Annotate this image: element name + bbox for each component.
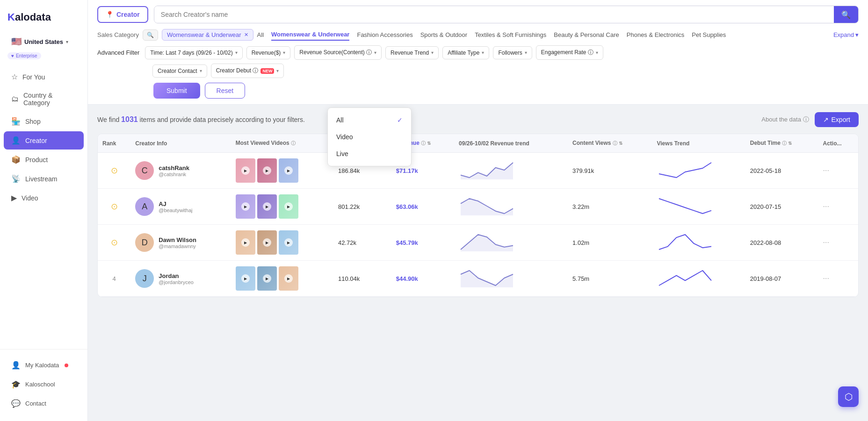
- search-button[interactable]: 🔍: [834, 6, 858, 23]
- category-tab-beauty[interactable]: Beauty & Personal Care: [554, 29, 619, 40]
- creator-name[interactable]: catshRank: [159, 164, 189, 171]
- creator-info-cell: C catshRank @catshrank: [130, 153, 231, 189]
- revenue-value[interactable]: $45.79k: [396, 239, 418, 246]
- category-tab-all[interactable]: All: [257, 29, 264, 40]
- sidebar-item-my-kalodata[interactable]: 👤My Kalodata: [4, 356, 84, 374]
- sidebar-item-contact[interactable]: 💬Contact: [4, 394, 84, 413]
- creator-name[interactable]: Jordan: [159, 272, 194, 279]
- dropdown-item-all[interactable]: All✓: [328, 112, 411, 128]
- export-button[interactable]: ↗ Export: [815, 112, 859, 127]
- reset-button[interactable]: Reset: [205, 83, 246, 99]
- category-tab-womenswear[interactable]: Womenswear & Underwear: [271, 29, 349, 41]
- revenue-trend-cell: [454, 189, 568, 225]
- heart-icon: ♥: [11, 53, 14, 58]
- sidebar-item-for-you[interactable]: ☆For You: [4, 68, 84, 86]
- filter-revenue[interactable]: Revenue($) ▾: [246, 46, 291, 59]
- filter-engagement[interactable]: Engagement Rate ⓘ ▾: [536, 45, 603, 60]
- category-tab-textiles[interactable]: Textiles & Soft Furnishings: [475, 29, 546, 40]
- video-thumb-3[interactable]: ▶: [279, 158, 298, 183]
- play-icon: ▶: [284, 202, 293, 211]
- filter-time[interactable]: Time: Last 7 days (09/26 - 10/02) ▾: [145, 46, 242, 59]
- sort-icon: ⇅: [427, 141, 431, 146]
- col-debut-time[interactable]: Debut Time ⓘ⇅: [745, 134, 818, 153]
- video-thumb-1[interactable]: ▶: [236, 158, 255, 183]
- video-thumb-1[interactable]: ▶: [236, 266, 255, 291]
- video-thumb-3[interactable]: ▶: [279, 194, 298, 219]
- avatar: D: [135, 233, 154, 252]
- nav-icon-kaloschool: 🎓: [11, 380, 21, 389]
- revenue-value[interactable]: $44.90k: [396, 275, 418, 282]
- selected-category-tag[interactable]: Womenswear & Underwear ✕: [162, 29, 253, 41]
- country-selector[interactable]: 🇺🇸 United States ▾: [4, 33, 84, 50]
- mini-chart: [459, 161, 515, 179]
- sidebar-item-kaloschool[interactable]: 🎓Kaloschool: [4, 375, 84, 393]
- chevron-down-icon: ▾: [525, 50, 527, 55]
- sidebar-item-country-category[interactable]: 🗂Country & Category: [4, 87, 84, 111]
- filter-followers[interactable]: Followers ▾: [493, 46, 532, 59]
- category-tab-fashion[interactable]: Fashion Accessories: [357, 29, 412, 40]
- more-button[interactable]: ···: [823, 238, 829, 246]
- filter-affiliate-type[interactable]: Affiliate Type ▾: [442, 46, 489, 59]
- mini-chart: [459, 269, 515, 287]
- creator-name[interactable]: Dawn Wilson: [159, 236, 196, 243]
- rank-number: 4: [112, 275, 116, 282]
- nav-icon-for-you: ☆: [11, 72, 18, 81]
- col-content-views[interactable]: Content Views ⓘ⇅: [568, 134, 652, 153]
- sidebar-item-livestream[interactable]: 📡Livestream: [4, 170, 84, 188]
- sidebar-item-shop[interactable]: 🏪Shop: [4, 112, 84, 130]
- dropdown-item-live[interactable]: Live: [328, 145, 411, 162]
- sidebar-item-product[interactable]: 📦Product: [4, 150, 84, 169]
- more-button[interactable]: ···: [823, 166, 829, 174]
- video-thumb-2[interactable]: ▶: [257, 158, 277, 183]
- submit-button[interactable]: Submit: [153, 83, 200, 99]
- revenue-trend-cell: [454, 225, 568, 261]
- filter-revenue-trend[interactable]: Revenue Trend ▾: [385, 46, 439, 59]
- rank-icon: ⊙: [111, 166, 118, 175]
- search-input[interactable]: [154, 6, 834, 23]
- video-thumb-3[interactable]: ▶: [279, 230, 298, 255]
- filter-creator-contact[interactable]: Creator Contact ▾: [152, 64, 207, 78]
- filter-revenue-source[interactable]: Revenue Source(Content) ⓘ ▾: [294, 45, 382, 60]
- rank-cell: 4: [98, 261, 130, 297]
- sidebar-item-video[interactable]: ▶Video: [4, 189, 84, 207]
- creator-button[interactable]: 📍 Creator: [97, 6, 148, 23]
- creator-name[interactable]: AJ: [159, 200, 192, 207]
- revenue-value[interactable]: $63.06k: [396, 203, 418, 210]
- video-thumb-2[interactable]: ▶: [257, 230, 277, 255]
- more-button[interactable]: ···: [823, 202, 829, 210]
- video-thumb-2[interactable]: ▶: [257, 266, 277, 291]
- nav-label-country-category: Country & Category: [23, 92, 76, 107]
- category-tab-sports[interactable]: Sports & Outdoor: [420, 29, 467, 40]
- video-thumb-1[interactable]: ▶: [236, 194, 255, 219]
- about-data-link[interactable]: About the data ⓘ: [761, 115, 809, 124]
- creator-details: AJ @beautywithaj: [159, 200, 192, 213]
- sidebar-item-creator[interactable]: 👤Creator: [4, 131, 84, 150]
- dropdown-label-live: Live: [336, 150, 348, 157]
- flag-icon: 🇺🇸: [11, 36, 22, 47]
- revenue-value[interactable]: $71.17k: [396, 167, 418, 174]
- info-icon: ⓘ: [782, 141, 787, 146]
- video-thumb-2[interactable]: ▶: [257, 194, 277, 219]
- nav-icon-my-kalodata: 👤: [11, 361, 21, 370]
- remove-category-icon[interactable]: ✕: [244, 32, 248, 38]
- views-trend-cell: [652, 189, 745, 225]
- category-tab-phones[interactable]: Phones & Electronics: [627, 29, 685, 40]
- expand-button[interactable]: Expand ▾: [833, 31, 859, 38]
- creator-info: C catshRank @catshrank: [135, 161, 226, 180]
- filter-creator-debut[interactable]: Creator Debut ⓘ NEW ▾: [211, 64, 284, 78]
- views-trend-cell: [652, 225, 745, 261]
- video-thumb-3[interactable]: ▶: [279, 266, 298, 291]
- category-tab-pet[interactable]: Pet Supplies: [692, 29, 726, 40]
- export-icon: ↗: [823, 116, 829, 123]
- category-search-icon[interactable]: 🔍: [143, 29, 158, 41]
- rank-cell: ⊙: [98, 225, 130, 261]
- table-row: ⊙ A AJ @beautywithaj ▶ ▶ ▶ 801.22k$63.06…: [98, 189, 858, 225]
- dropdown-item-video[interactable]: Video: [328, 128, 411, 145]
- sidebar: Kalodata 🇺🇸 United States ▾ ♥ Enterprise…: [0, 0, 88, 421]
- float-action-button[interactable]: ⬡: [838, 386, 859, 407]
- category-label: Sales Category: [97, 31, 139, 38]
- more-button[interactable]: ···: [823, 274, 829, 282]
- nav-label-for-you: For You: [22, 73, 45, 81]
- video-thumb-1[interactable]: ▶: [236, 230, 255, 255]
- filter-row: Advanced Filter Time: Last 7 days (09/26…: [97, 45, 859, 60]
